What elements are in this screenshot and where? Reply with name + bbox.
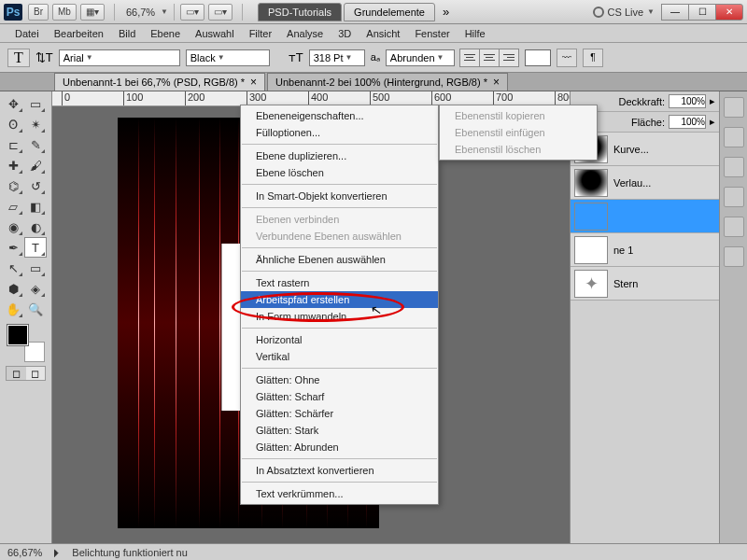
marquee-tool[interactable]: ▭: [24, 93, 47, 114]
menu-hilfe[interactable]: Hilfe: [458, 28, 493, 39]
fill-input[interactable]: [669, 115, 706, 129]
ctx-glaetten-schaerfer[interactable]: Glätten: Schärfer: [241, 405, 438, 422]
ctx-ebene-duplizieren[interactable]: Ebene duplizieren...: [241, 147, 438, 164]
antialias-select[interactable]: Abrunden: [386, 49, 455, 66]
menu-fenster[interactable]: Fenster: [407, 28, 457, 39]
brush-tool[interactable]: 🖌: [24, 155, 47, 175]
workspace-more[interactable]: »: [443, 5, 449, 19]
3d-camera-tool[interactable]: ◈: [24, 278, 47, 299]
ctx-glaetten-abrunden[interactable]: Glätten: Abrunden: [241, 439, 438, 455]
status-zoom[interactable]: 66,67%: [7, 547, 42, 558]
status-bar: 66,67% ⏵ Belichtung funktioniert nu: [0, 543, 747, 560]
foreground-color-swatch[interactable]: [7, 325, 28, 345]
ctx-horizontal[interactable]: Horizontal: [241, 331, 438, 348]
font-weight-select[interactable]: Black: [186, 49, 270, 66]
pen-tool[interactable]: ✒: [2, 237, 24, 258]
opacity-input[interactable]: [669, 94, 706, 108]
layer-item[interactable]: Verlau...: [571, 166, 719, 200]
layers-panel-icon[interactable]: [724, 187, 744, 207]
menu-ansicht[interactable]: Ansicht: [359, 28, 407, 39]
ctx-ebene-loeschen[interactable]: Ebene löschen: [241, 164, 438, 181]
ctx-glaetten-scharf[interactable]: Glätten: Scharf: [241, 388, 438, 405]
ctx-arbeitspfad-erstellen[interactable]: Arbeitspfad erstellen: [241, 291, 438, 308]
lasso-tool[interactable]: ʘ: [2, 114, 24, 134]
swatches-panel-icon[interactable]: [724, 127, 744, 147]
ctx-ebenenstil-einfuegen: Ebenenstil einfügen: [440, 124, 597, 141]
layout-button[interactable]: ▦▾: [80, 4, 105, 21]
align-left-button[interactable]: [459, 49, 480, 67]
minibridge-button[interactable]: Mb: [52, 4, 77, 21]
menu-auswahl[interactable]: Auswahl: [188, 28, 242, 39]
font-family-select[interactable]: Arial: [59, 49, 180, 66]
ctx-fuelloptionen[interactable]: Fülloptionen...: [241, 124, 438, 141]
history-brush-tool[interactable]: ↺: [24, 175, 47, 196]
eyedropper-tool[interactable]: ✎: [24, 134, 47, 155]
blur-tool[interactable]: ◉: [2, 217, 24, 237]
path-select-tool[interactable]: ↖: [2, 258, 24, 278]
workspace-tab-grundelemente[interactable]: Grundelemente: [344, 3, 435, 21]
ctx-ebenen-verbinden: Ebenen verbinden: [241, 211, 438, 228]
text-color-swatch[interactable]: [525, 49, 551, 66]
zoom-percent[interactable]: 66,7%: [126, 7, 155, 18]
ctx-text-verkruemmen[interactable]: Text verkrümmen...: [241, 485, 438, 502]
ctx-text-rastern[interactable]: Text rastern: [241, 274, 438, 291]
ctx-ebeneneigenschaften[interactable]: Ebeneneigenschaften...: [241, 107, 438, 124]
screen-mode-button[interactable]: ▭▾: [208, 4, 233, 21]
align-center-button[interactable]: [479, 49, 500, 67]
menu-bild[interactable]: Bild: [111, 28, 143, 39]
3d-tool[interactable]: ⬢: [2, 278, 24, 299]
layer-item[interactable]: ne 1: [571, 233, 719, 267]
window-close[interactable]: ✕: [715, 4, 743, 21]
ctx-smartobjekt[interactable]: In Smart-Objekt konvertieren: [241, 188, 438, 204]
ctx-glaetten-ohne[interactable]: Glätten: Ohne: [241, 371, 438, 388]
workspace-tab-psdtutorials[interactable]: PSD-Tutorials: [258, 3, 342, 21]
ctx-absatztext[interactable]: In Absatztext konvertieren: [241, 462, 438, 479]
close-icon[interactable]: ×: [493, 76, 500, 89]
layer-item-selected[interactable]: [571, 200, 719, 233]
adjustments-panel-icon[interactable]: [724, 157, 744, 177]
wand-tool[interactable]: ✴: [24, 114, 47, 134]
paths-panel-icon[interactable]: [724, 246, 744, 267]
menu-3d[interactable]: 3D: [331, 28, 359, 39]
shape-tool[interactable]: ▭: [24, 258, 47, 278]
ctx-aehnliche-auswaehlen[interactable]: Ähnliche Ebenen auswählen: [241, 251, 438, 268]
dodge-tool[interactable]: ◐: [24, 217, 47, 237]
status-dropdown-icon[interactable]: ⏵: [51, 546, 63, 559]
move-tool[interactable]: ✥: [2, 93, 24, 114]
window-minimize[interactable]: —: [661, 4, 689, 21]
heal-tool[interactable]: ✚: [2, 155, 24, 175]
color-swatches[interactable]: [7, 325, 45, 362]
type-tool[interactable]: T: [24, 237, 47, 258]
menu-bearbeiten[interactable]: Bearbeiten: [47, 28, 111, 39]
character-panel-button[interactable]: ¶: [583, 49, 603, 67]
ctx-glaetten-stark[interactable]: Glätten: Stark: [241, 422, 438, 439]
history-panel-icon[interactable]: [724, 217, 744, 237]
color-panel-icon[interactable]: [724, 97, 744, 118]
gradient-tool[interactable]: ◧: [24, 196, 47, 217]
layer-item[interactable]: Stern: [571, 267, 719, 301]
close-icon[interactable]: ×: [250, 76, 257, 89]
cslive-button[interactable]: CS Live▼: [593, 7, 655, 18]
bridge-button[interactable]: Br: [28, 4, 49, 21]
menu-datei[interactable]: Datei: [7, 28, 47, 39]
document-tab-1[interactable]: Unbenannt-1 bei 66,7% (PSD, RGB/8) *×: [54, 73, 265, 91]
ctx-vertikal[interactable]: Vertikal: [241, 348, 438, 365]
stamp-tool[interactable]: ⌬: [2, 175, 24, 196]
align-right-button[interactable]: [499, 49, 519, 67]
view-extras-button[interactable]: ▭▾: [180, 4, 204, 21]
zoom-tool[interactable]: 🔍: [24, 299, 47, 319]
crop-tool[interactable]: ⊏: [2, 134, 24, 155]
eraser-tool[interactable]: ▱: [2, 196, 24, 217]
font-size-select[interactable]: 318 Pt: [309, 49, 365, 66]
quickmask-toggle[interactable]: ◻◻: [6, 366, 46, 381]
warp-text-button[interactable]: 〰: [557, 49, 577, 67]
window-maximize[interactable]: ☐: [688, 4, 716, 21]
document-tab-2[interactable]: Unbenannt-2 bei 100% (Hintergrund, RGB/8…: [267, 73, 508, 91]
menu-filter[interactable]: Filter: [242, 28, 279, 39]
tool-preset-type[interactable]: T: [7, 49, 30, 67]
menu-analyse[interactable]: Analyse: [279, 28, 331, 39]
ctx-in-form-umwandeln[interactable]: In Form umwandeln: [241, 308, 438, 325]
text-orientation-icon[interactable]: ⇅T: [35, 50, 53, 64]
menu-ebene[interactable]: Ebene: [143, 28, 188, 39]
hand-tool[interactable]: ✋: [2, 299, 24, 319]
